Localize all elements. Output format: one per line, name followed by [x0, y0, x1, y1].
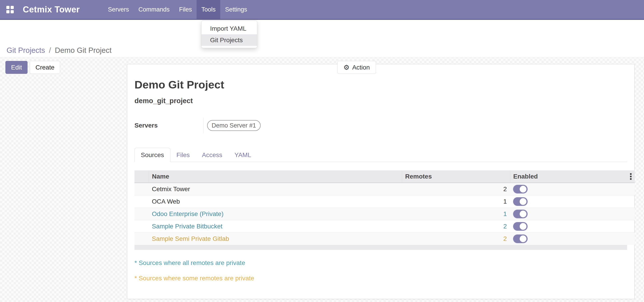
enabled-toggle[interactable] — [513, 234, 528, 243]
record-technical-name: demo_git_project — [134, 97, 627, 105]
table-row[interactable]: OCA Web 1 — [134, 195, 635, 208]
table-row[interactable]: Sample Private Bitbucket 2 — [134, 220, 635, 232]
tab-files[interactable]: Files — [170, 148, 196, 162]
remotes-count: 1 — [402, 208, 510, 220]
legend-note-private: * Sources where all remotes are private — [134, 259, 627, 266]
remotes-column-header[interactable]: Remotes — [402, 170, 510, 183]
breadcrumb-current: Demo Git Project — [55, 46, 112, 54]
tools-dropdown-menu: Import YAML Git Projects — [201, 20, 257, 48]
enabled-column-header[interactable]: Enabled — [510, 170, 635, 183]
dropdown-item-git-projects[interactable]: Git Projects — [202, 34, 257, 46]
menu-item-files[interactable]: Files — [174, 0, 196, 19]
table-header-row: Name Remotes Enabled — [134, 170, 635, 183]
legend-note-semi-private: * Sources where some remotes are private — [134, 275, 627, 282]
servers-field-row: Servers Demo Server #1 — [134, 118, 627, 134]
dropdown-item-import-yaml[interactable]: Import YAML — [202, 23, 257, 34]
tab-yaml[interactable]: YAML — [228, 148, 257, 162]
field-separator — [203, 118, 204, 134]
record-title: Demo Git Project — [134, 78, 627, 91]
create-button[interactable]: Create — [30, 61, 60, 74]
brand-title[interactable]: Cetmix Tower — [20, 0, 89, 19]
notebook-tabs: Sources Files Access YAML — [134, 148, 627, 162]
list-footer-strip — [134, 245, 627, 250]
menu-item-commands[interactable]: Commands — [134, 0, 174, 19]
toggle-knob — [520, 236, 526, 242]
main-menu: Servers Commands Files Tools Settings — [103, 0, 252, 19]
toggle-knob — [520, 186, 526, 192]
menu-item-servers[interactable]: Servers — [103, 0, 134, 19]
gear-icon: ⚙ — [344, 64, 350, 71]
handle-column-header — [134, 170, 149, 183]
sources-list: Name Remotes Enabled Cetmix Tower 2 — [134, 170, 627, 250]
table-row[interactable]: Odoo Enterprise (Private) 1 — [134, 208, 635, 220]
app-window: Cetmix Tower Servers Commands Files Tool… — [0, 0, 644, 302]
table-row[interactable]: Cetmix Tower 2 — [134, 183, 635, 195]
enabled-toggle[interactable] — [513, 210, 528, 218]
servers-field-label: Servers — [134, 122, 203, 129]
breadcrumb-parent-link[interactable]: Git Projects — [6, 46, 45, 54]
source-name: Odoo Enterprise (Private) — [149, 208, 402, 220]
apps-grid-icon — [6, 6, 14, 13]
action-button-label: Action — [352, 64, 370, 71]
name-column-header[interactable]: Name — [149, 170, 402, 183]
source-name: Sample Semi Private Gitlab — [149, 232, 402, 245]
table-row[interactable]: Sample Semi Private Gitlab 2 — [134, 232, 635, 245]
toggle-knob — [520, 198, 526, 205]
menu-item-tools[interactable]: Tools — [196, 0, 220, 19]
menu-item-settings[interactable]: Settings — [220, 0, 252, 19]
remotes-count: 2 — [402, 183, 510, 195]
source-name: Cetmix Tower — [149, 183, 402, 195]
form-sheet: Demo Git Project demo_git_project Server… — [127, 64, 634, 299]
breadcrumb: Git Projects / Demo Git Project — [6, 46, 112, 54]
edit-button[interactable]: Edit — [6, 61, 28, 74]
remotes-count: 1 — [402, 195, 510, 208]
enabled-toggle[interactable] — [513, 197, 528, 206]
apps-menu-button[interactable] — [0, 0, 20, 19]
enabled-toggle[interactable] — [513, 222, 528, 231]
server-tag: Demo Server #1 — [207, 120, 260, 131]
column-options-icon[interactable] — [630, 173, 632, 180]
action-menu-button[interactable]: ⚙ Action — [337, 61, 376, 74]
breadcrumb-separator: / — [47, 46, 53, 54]
remotes-count: 2 — [402, 220, 510, 232]
source-name: OCA Web — [149, 195, 402, 208]
enabled-toggle[interactable] — [513, 185, 528, 194]
form-buttons: Edit Create — [6, 61, 60, 74]
source-name: Sample Private Bitbucket — [149, 220, 402, 232]
toggle-knob — [520, 223, 526, 230]
tab-sources[interactable]: Sources — [134, 148, 170, 162]
control-panel: Git Projects / Demo Git Project Edit Cre… — [0, 20, 644, 58]
top-navbar: Cetmix Tower Servers Commands Files Tool… — [0, 0, 644, 20]
remotes-count: 2 — [402, 232, 510, 245]
toggle-knob — [520, 210, 526, 217]
tab-access[interactable]: Access — [196, 148, 228, 162]
